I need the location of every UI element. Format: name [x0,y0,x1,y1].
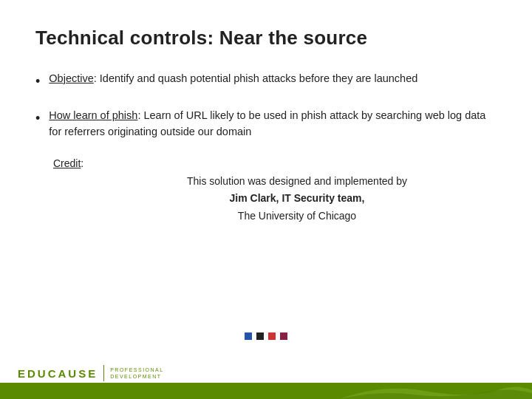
slide-container: Technical controls: Near the source • Ob… [0,0,532,399]
footer-wave-svg [340,383,532,399]
nav-dot-1[interactable] [245,332,252,340]
bullet-text-1: Objective: Identify and quash potential … [49,70,497,86]
footer-logo-area: EDUCAUSE PROFESSIONAL DEVELOPMENT [0,365,532,381]
credit-line-3: The University of Chicago [98,208,497,225]
nav-dot-4[interactable] [280,332,287,340]
bullet-list: • Objective: Identify and quash potentia… [35,70,497,140]
credit-label: Credit [53,157,81,169]
nav-dot-3[interactable] [268,332,276,340]
footer-logo-text: EDUCAUSE PROFESSIONAL DEVELOPMENT [18,365,164,381]
bullet-body-1: : Identify and quash potential phish att… [94,72,418,84]
credit-indent: This solution was designed and implement… [98,173,497,225]
nav-dots [245,332,287,340]
credit-line-2: Jim Clark, IT Security team, [98,190,497,208]
credit-block: Credit: This solution was designed and i… [53,155,497,225]
bullet-text-2: How learn of phish: Learn of URL likely … [49,107,497,140]
logo-sub2: DEVELOPMENT [110,373,163,380]
bullet-dot-2: • [35,109,40,129]
logo-sub1: PROFESSIONAL [110,366,163,373]
bullet-dot-1: • [35,72,40,92]
credit-line-1: This solution was designed and implement… [98,173,497,191]
bullet-label-1: Objective [49,72,93,84]
footer-green-bar [0,383,532,399]
footer: EDUCAUSE PROFESSIONAL DEVELOPMENT [0,349,532,399]
logo-professional: PROFESSIONAL DEVELOPMENT [110,366,163,380]
logo-divider-line [103,365,104,381]
bullet-item-2: • How learn of phish: Learn of URL likel… [35,107,497,140]
credit-colon: : [81,157,83,169]
nav-dot-2[interactable] [256,332,264,340]
main-content: Technical controls: Near the source • Ob… [0,0,532,349]
bullet-label-2: How learn of phish [49,109,137,121]
logo-educause: EDUCAUSE [18,367,98,380]
bullet-item-1: • Objective: Identify and quash potentia… [35,70,497,92]
slide-title: Technical controls: Near the source [35,27,497,50]
